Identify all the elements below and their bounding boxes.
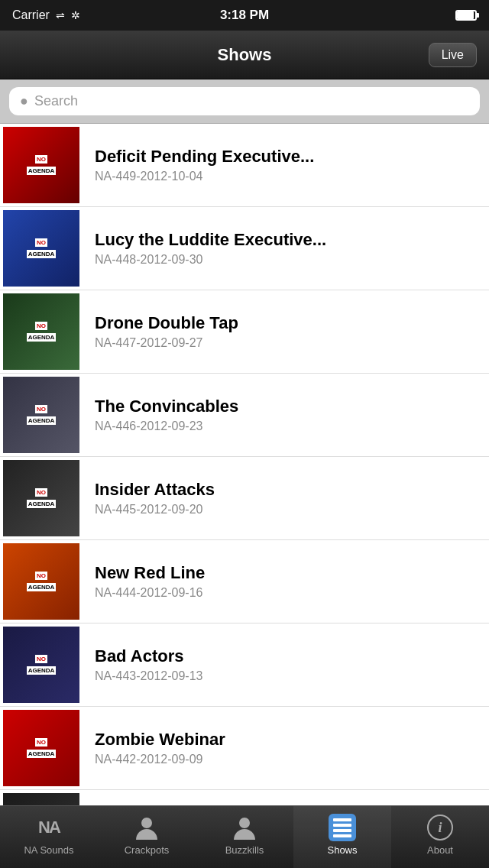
list-item[interactable]: NOAGENDAInsider AttacksNA-445-2012-09-20 <box>0 457 489 540</box>
status-left: Carrier ⇌ ✲ <box>12 8 80 22</box>
show-title: Zombie Webinar <box>95 730 477 750</box>
search-bar[interactable]: ● Search <box>9 87 480 115</box>
show-title: Lucy the Luddite Executive... <box>95 230 477 250</box>
crackpots-icon <box>133 814 160 841</box>
show-info: The ConvincablesNA-446-2012-09-23 <box>83 389 489 441</box>
search-container: ● Search <box>0 79 489 124</box>
show-subtitle: NA-446-2012-09-23 <box>95 419 477 433</box>
show-subtitle: NA-444-2012-09-16 <box>95 586 477 600</box>
show-subtitle: NA-445-2012-09-20 <box>95 503 477 517</box>
show-info: Lucy the Luddite Executive...NA-448-2012… <box>83 222 489 274</box>
battery-icon <box>455 10 477 21</box>
carrier-label: Carrier <box>12 8 50 22</box>
list-item[interactable]: NOAGENDANew Red LineNA-444-2012-09-16 <box>0 540 489 623</box>
show-subtitle: NA-448-2012-09-30 <box>95 253 477 267</box>
show-subtitle: NA-442-2012-09-09 <box>95 753 477 766</box>
show-info: Bad ActorsNA-443-2012-09-13 <box>83 639 489 691</box>
show-info: Drone Double TapNA-447-2012-09-27 <box>83 306 489 358</box>
tab-buzzkills[interactable]: Buzzkills <box>196 806 293 868</box>
status-time: 3:18 PM <box>220 8 269 23</box>
svg-point-0 <box>141 818 152 828</box>
tab-about-label: About <box>427 844 453 856</box>
show-subtitle: NA-449-2012-10-04 <box>95 170 477 183</box>
tab-na-sounds-label: NA Sounds <box>24 844 73 856</box>
show-info: Deficit Pending Executive...NA-449-2012-… <box>83 139 489 191</box>
show-list: NOAGENDADeficit Pending Executive...NA-4… <box>0 124 489 808</box>
page-title: Shows <box>218 45 272 65</box>
tab-crackpots[interactable]: Crackpots <box>98 806 196 868</box>
tab-na-sounds[interactable]: NANA Sounds <box>0 806 98 868</box>
search-input[interactable]: Search <box>34 93 78 109</box>
search-icon: ● <box>20 93 28 109</box>
tab-about[interactable]: iAbout <box>391 806 489 868</box>
show-title: The Convincables <box>95 397 477 416</box>
list-item[interactable]: NOAGENDALucy the Luddite Executive...NA-… <box>0 207 489 290</box>
tab-shows[interactable]: Shows <box>293 806 391 868</box>
show-info: Zombie WebinarNA-442-2012-09-09 <box>83 722 489 774</box>
show-title: Insider Attacks <box>95 480 477 500</box>
activity-icon: ✲ <box>71 9 80 21</box>
show-title: Bad Actors <box>95 646 477 666</box>
tab-shows-label: Shows <box>327 844 357 856</box>
tab-bar: NANA Sounds Crackpots Buzzkills ShowsiAb… <box>0 805 489 868</box>
show-title: New Red Line <box>95 563 477 583</box>
about-icon: i <box>426 814 454 841</box>
show-title: Drone Double Tap <box>95 313 477 333</box>
list-item[interactable]: NOAGENDAThe ConvincablesNA-446-2012-09-2… <box>0 374 489 457</box>
list-item[interactable]: NOAGENDADeficit Pending Executive...NA-4… <box>0 124 489 207</box>
list-item[interactable]: NOAGENDADrone Double TapNA-447-2012-09-2… <box>0 290 489 374</box>
live-button[interactable]: Live <box>429 43 477 67</box>
wifi-icon: ⇌ <box>56 9 65 21</box>
buzzkills-icon <box>231 814 258 841</box>
show-subtitle: NA-443-2012-09-13 <box>95 669 477 683</box>
list-item[interactable]: NOAGENDABad ActorsNA-443-2012-09-13 <box>0 623 489 707</box>
show-title: Deficit Pending Executive... <box>95 147 477 167</box>
tab-crackpots-label: Crackpots <box>125 844 170 856</box>
list-item[interactable]: NOAGENDAZombie WebinarNA-442-2012-09-09 <box>0 707 489 790</box>
na-sounds-icon: NA <box>35 814 63 841</box>
svg-point-1 <box>239 818 250 828</box>
status-bar: Carrier ⇌ ✲ 3:18 PM <box>0 0 489 31</box>
navigation-bar: Shows Live <box>0 31 489 79</box>
show-info: New Red LineNA-444-2012-09-16 <box>83 555 489 607</box>
show-info: Insider AttacksNA-445-2012-09-20 <box>83 472 489 524</box>
tab-buzzkills-label: Buzzkills <box>225 844 264 856</box>
shows-icon <box>329 814 356 841</box>
show-subtitle: NA-447-2012-09-27 <box>95 336 477 350</box>
status-right <box>455 10 477 21</box>
